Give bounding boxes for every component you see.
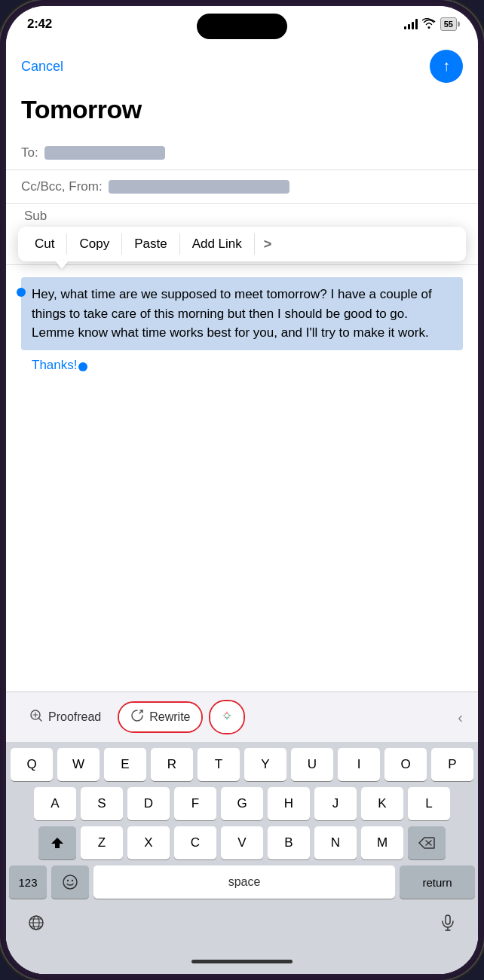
text-selection-toolbar: Cut Copy Paste Add Link >: [18, 227, 466, 261]
numbers-key[interactable]: 123: [9, 866, 47, 899]
rewrite-highlight-border: Rewrite: [118, 701, 202, 733]
keyboard-row-4: 123 space return: [6, 866, 478, 899]
text-toolbar-container: Sub Cut Copy Paste Add Link >: [6, 204, 478, 265]
key-j[interactable]: J: [314, 787, 357, 820]
proofread-label: Proofread: [48, 710, 101, 724]
key-g[interactable]: G: [221, 787, 263, 820]
proofread-button[interactable]: Proofread: [18, 702, 112, 732]
key-z[interactable]: Z: [81, 826, 123, 859]
cc-bcc-field[interactable]: Cc/Bcc, From:: [6, 170, 478, 204]
email-compose: Cancel ↑ Tomorrow To: Cc/Bcc, From:: [6, 38, 478, 974]
thanks-line: Thanks!: [21, 350, 463, 376]
keyboard-row-3: Z X C V B N M: [6, 826, 478, 859]
key-x[interactable]: X: [127, 826, 170, 859]
microphone-icon[interactable]: [433, 908, 463, 942]
keyboard-bottom-row: [6, 905, 478, 948]
dynamic-island: [197, 14, 287, 39]
return-key[interactable]: return: [400, 866, 475, 899]
signal-bar-2: [408, 24, 410, 29]
toolbar-divider-1: [66, 234, 67, 255]
email-selected-text: Hey, what time are we supposed to meet t…: [32, 287, 432, 340]
svg-point-11: [72, 880, 73, 881]
keyboard-row-1: Q W E R T Y U I O P: [6, 748, 478, 781]
key-r[interactable]: R: [151, 748, 193, 781]
key-p[interactable]: P: [431, 748, 473, 781]
svg-point-9: [63, 875, 77, 889]
key-u[interactable]: U: [291, 748, 333, 781]
delete-key[interactable]: [408, 826, 446, 859]
phone-shell: 2:42 55: [0, 0, 484, 980]
home-indicator: [6, 948, 478, 974]
status-time: 2:42: [27, 17, 52, 32]
battery-icon: 55: [440, 17, 457, 31]
subject-title-area: Tomorrow: [6, 92, 478, 136]
subject-title: Tomorrow: [21, 95, 142, 124]
home-bar: [191, 960, 293, 963]
cc-bcc-value-blurred: [109, 180, 289, 194]
key-k[interactable]: K: [361, 787, 403, 820]
to-value-blurred: [44, 146, 165, 160]
sub-label: Sub: [18, 209, 53, 224]
signal-bar-4: [415, 19, 418, 29]
toolbar-divider-3: [179, 234, 180, 255]
cancel-button[interactable]: Cancel: [21, 59, 63, 75]
key-t[interactable]: T: [198, 748, 240, 781]
cc-bcc-label: Cc/Bcc, From:: [21, 179, 103, 194]
email-body[interactable]: Hey, what time are we supposed to meet t…: [6, 265, 478, 691]
rewrite-icon: [130, 708, 145, 726]
copy-button[interactable]: Copy: [69, 230, 120, 258]
selected-text-block: Hey, what time are we supposed to meet t…: [21, 277, 463, 350]
proofread-icon: [29, 708, 44, 726]
status-icons: 55: [404, 17, 457, 31]
svg-point-10: [67, 880, 69, 881]
signal-bar-3: [412, 22, 414, 29]
paste-button[interactable]: Paste: [124, 230, 177, 258]
text-cursor: [78, 362, 87, 371]
ai-tools-bar: Proofread Rewrite: [6, 691, 478, 742]
ai-sparkle-button[interactable]: [210, 701, 244, 733]
screen: 2:42 55: [6, 6, 478, 974]
emoji-key[interactable]: [51, 866, 89, 899]
key-f[interactable]: F: [174, 787, 216, 820]
key-e[interactable]: E: [104, 748, 146, 781]
key-v[interactable]: V: [221, 826, 263, 859]
wifi-icon: [422, 18, 436, 31]
key-o[interactable]: O: [384, 748, 427, 781]
sparkle-icon: [218, 707, 236, 728]
cut-button[interactable]: Cut: [24, 230, 65, 258]
keyboard-row-2: A S D F G H J K L: [6, 787, 478, 820]
key-a[interactable]: A: [34, 787, 76, 820]
key-w[interactable]: W: [57, 748, 100, 781]
space-key[interactable]: space: [93, 866, 395, 899]
key-s[interactable]: S: [81, 787, 123, 820]
rewrite-button[interactable]: Rewrite: [119, 703, 201, 731]
globe-icon[interactable]: [21, 908, 51, 942]
key-n[interactable]: N: [314, 826, 357, 859]
chevron-collapse[interactable]: ‹: [455, 709, 466, 726]
to-field[interactable]: To:: [6, 136, 478, 170]
keyboard: Q W E R T Y U I O P A S D F G: [6, 742, 478, 948]
svg-point-6: [225, 714, 228, 718]
compose-header: Cancel ↑: [6, 38, 478, 92]
send-arrow-icon: ↑: [443, 57, 450, 75]
svg-line-1: [38, 718, 41, 721]
key-b[interactable]: B: [268, 826, 310, 859]
rewrite-label: Rewrite: [149, 710, 190, 724]
key-l[interactable]: L: [408, 787, 450, 820]
collapse-chevron-icon: ‹: [455, 706, 466, 728]
key-c[interactable]: C: [174, 826, 216, 859]
key-i[interactable]: I: [338, 748, 380, 781]
send-button[interactable]: ↑: [430, 50, 463, 83]
shift-key[interactable]: [38, 826, 76, 859]
key-h[interactable]: H: [268, 787, 310, 820]
key-y[interactable]: Y: [244, 748, 286, 781]
signal-bars-icon: [404, 19, 418, 29]
toolbar-divider-2: [121, 234, 122, 255]
key-m[interactable]: M: [361, 826, 403, 859]
key-d[interactable]: D: [127, 787, 170, 820]
toolbar-divider-4: [254, 234, 255, 255]
more-options-button[interactable]: >: [256, 230, 280, 258]
key-q[interactable]: Q: [11, 748, 53, 781]
add-link-button[interactable]: Add Link: [182, 230, 253, 258]
to-label: To:: [21, 145, 38, 160]
